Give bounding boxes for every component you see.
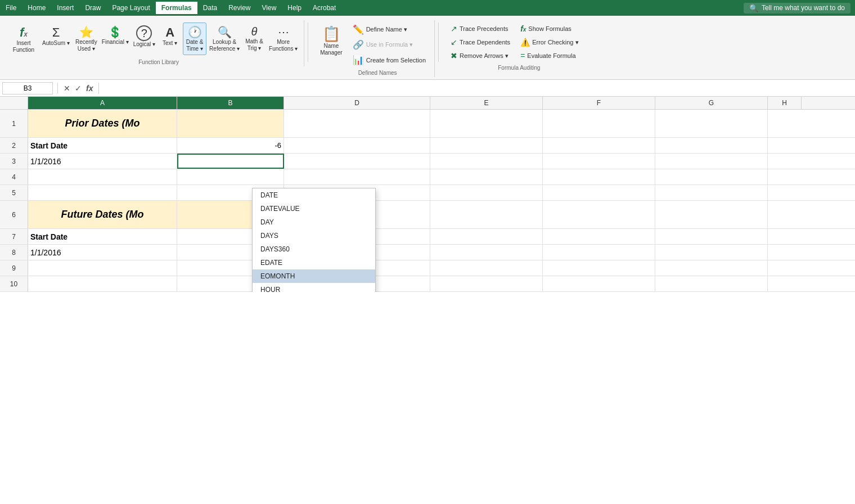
cell-f10[interactable] [543, 276, 655, 291]
row-header-2[interactable]: 2 [0, 138, 28, 153]
cell-e7[interactable] [430, 229, 543, 244]
search-bar[interactable]: 🔍 Tell me what you want to do [744, 3, 850, 14]
list-item[interactable]: HOUR [253, 283, 375, 292]
row-header-5[interactable]: 5 [0, 185, 28, 200]
row-header-10[interactable]: 10 [0, 276, 28, 291]
menu-review[interactable]: Review [223, 2, 256, 14]
evaluate-formula-button[interactable]: = Evaluate Formula [516, 50, 582, 62]
cell-e5[interactable] [430, 185, 543, 200]
row-header-4[interactable]: 4 [0, 169, 28, 184]
cell-d3[interactable] [284, 154, 430, 169]
cell-e3[interactable] [430, 154, 543, 169]
cell-a10[interactable] [28, 276, 177, 291]
cell-b4[interactable] [177, 169, 284, 184]
cell-e1[interactable] [430, 110, 543, 137]
cell-g10[interactable] [655, 276, 768, 291]
name-box[interactable] [2, 82, 53, 94]
dropdown-scroll[interactable]: DATE DATEVALUE DAY DAYS DAYS360 EDATE EO… [253, 188, 375, 292]
list-item[interactable]: DAY [253, 215, 375, 229]
formula-bar-confirm-icon[interactable]: ✓ [74, 84, 83, 93]
cell-a9[interactable] [28, 260, 177, 276]
use-in-formula-button[interactable]: 🔗 Use in Formula ▾ [349, 38, 430, 52]
cell-a2[interactable]: Start Date [28, 138, 177, 153]
recently-used-button[interactable]: ⭐ Recently Used ▾ [74, 22, 99, 55]
col-header-h[interactable]: H [768, 97, 802, 109]
cell-e6[interactable] [430, 201, 543, 228]
row-header-6[interactable]: 6 [0, 201, 28, 228]
financial-button[interactable]: 💲 Financial ▾ [100, 22, 130, 48]
autosum-button[interactable]: Σ AutoSum ▾ [39, 22, 73, 50]
list-item[interactable]: EDATE [253, 256, 375, 269]
cell-e9[interactable] [430, 260, 543, 276]
text-button[interactable]: A Text ▾ [158, 22, 182, 50]
cell-g8[interactable] [655, 245, 768, 260]
cell-f7[interactable] [543, 229, 655, 244]
cell-b1[interactable] [177, 110, 284, 137]
cell-e2[interactable] [430, 138, 543, 153]
cell-d1[interactable] [284, 110, 430, 137]
menu-page-layout[interactable]: Page Layout [106, 2, 155, 14]
cell-e8[interactable] [430, 245, 543, 260]
cell-f2[interactable] [543, 138, 655, 153]
col-header-b[interactable]: B [177, 97, 284, 109]
col-header-d[interactable]: D [284, 97, 430, 109]
insert-function-button[interactable]: fx Insert Function [9, 22, 38, 56]
cell-f9[interactable] [543, 260, 655, 276]
list-item[interactable]: DATEVALUE [253, 202, 375, 215]
formula-input[interactable] [104, 84, 853, 92]
cell-a1[interactable]: Prior Dates (Mo [28, 110, 177, 137]
cell-d4[interactable] [284, 169, 430, 184]
menu-draw[interactable]: Draw [79, 2, 106, 14]
cell-f4[interactable] [543, 169, 655, 184]
menu-acrobat[interactable]: Acrobat [307, 2, 341, 14]
cell-e4[interactable] [430, 169, 543, 184]
cell-g6[interactable] [655, 201, 768, 228]
list-item[interactable]: DAYS360 [253, 242, 375, 256]
cell-f1[interactable] [543, 110, 655, 137]
error-checking-button[interactable]: ⚠️ Error Checking ▾ [516, 36, 582, 48]
row-header-3[interactable]: 3 [0, 154, 28, 169]
show-formulas-button[interactable]: fx Show Formulas [516, 22, 582, 35]
formula-bar-cancel-icon[interactable]: ✕ [62, 84, 71, 93]
menu-data[interactable]: Data [197, 2, 223, 14]
logical-button[interactable]: ? Logical ▾ [132, 22, 157, 51]
remove-arrows-button[interactable]: ✖ Remove Arrows ▾ [447, 50, 514, 62]
menu-formulas[interactable]: Formulas [156, 2, 197, 14]
cell-a8[interactable]: 1/1/2016 [28, 245, 177, 260]
cell-g3[interactable] [655, 154, 768, 169]
col-header-a[interactable]: A [28, 97, 177, 109]
trace-dependents-button[interactable]: ↙ Trace Dependents [447, 36, 514, 48]
cell-g5[interactable] [655, 185, 768, 200]
cell-a4[interactable] [28, 169, 177, 184]
cell-e10[interactable] [430, 276, 543, 291]
cell-d2[interactable] [284, 138, 430, 153]
menu-help[interactable]: Help [282, 2, 307, 14]
row-header-8[interactable]: 8 [0, 245, 28, 260]
cell-g9[interactable] [655, 260, 768, 276]
more-functions-button[interactable]: ⋯ More Functions ▾ [267, 22, 299, 55]
list-item-eomonth[interactable]: EOMONTH [253, 269, 375, 283]
list-item[interactable]: DATE [253, 188, 375, 202]
row-header-9[interactable]: 9 [0, 260, 28, 276]
cell-g2[interactable] [655, 138, 768, 153]
cell-f8[interactable] [543, 245, 655, 260]
date-time-button[interactable]: 🕐 Date & Time ▾ [183, 22, 206, 55]
col-header-f[interactable]: F [543, 97, 655, 109]
cell-g1[interactable] [655, 110, 768, 137]
menu-view[interactable]: View [256, 2, 282, 14]
trace-precedents-button[interactable]: ↗ Trace Precedents [447, 22, 514, 35]
row-header-7[interactable]: 7 [0, 229, 28, 244]
col-header-e[interactable]: E [430, 97, 543, 109]
lookup-reference-button[interactable]: 🔍 Lookup & Reference ▾ [208, 22, 241, 55]
formula-bar-fx-icon[interactable]: fx [85, 84, 94, 93]
list-item[interactable]: DAYS [253, 229, 375, 242]
math-trig-button[interactable]: θ Math & Trig ▾ [242, 22, 266, 55]
cell-f5[interactable] [543, 185, 655, 200]
cell-g7[interactable] [655, 229, 768, 244]
col-header-g[interactable]: G [655, 97, 768, 109]
cell-f3[interactable] [543, 154, 655, 169]
cell-a5[interactable] [28, 185, 177, 200]
create-from-selection-button[interactable]: 📊 Create from Selection [349, 53, 430, 67]
menu-file[interactable]: File [0, 2, 22, 14]
menu-insert[interactable]: Insert [51, 2, 79, 14]
